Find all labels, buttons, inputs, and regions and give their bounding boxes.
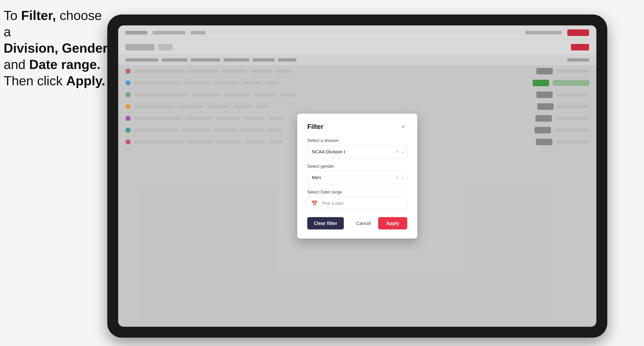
instruction-line4: Then click Apply. [4,74,105,88]
footer-right-buttons: Cancel Apply [352,217,407,229]
instruction-block: To Filter, choose a Division, Gender and… [4,7,109,89]
gender-select-wrapper: Men × ⌄ [307,171,407,184]
modal-header: Filter × [307,123,407,131]
gender-select[interactable]: Men [307,171,407,184]
division-group: Select a division NCAA Division I × ⌄ [307,138,407,158]
apply-button[interactable]: Apply [378,217,407,229]
date-label: Select Date range [307,189,407,195]
modal-close-button[interactable]: × [399,123,407,131]
cancel-button[interactable]: Cancel [352,217,374,229]
division-clear-icon[interactable]: × [396,149,400,155]
date-placeholder: Pick a date [320,201,344,206]
gender-clear-icon[interactable]: × [396,174,400,181]
filter-modal: Filter × Select a division NCAA Division… [297,114,417,239]
instruction-line3: and Date range. [4,57,100,72]
modal-footer: Clear filter Cancel Apply [307,217,407,229]
division-arrow-icon[interactable]: ⌄ [401,150,404,154]
gender-arrow-icon[interactable]: ⌄ [401,175,404,180]
instruction-bold2: Division, Gender [4,41,108,55]
gender-select-controls: × ⌄ [396,174,404,181]
calendar-icon: 📅 [311,200,318,206]
clear-filter-button[interactable]: Clear filter [307,217,344,229]
date-input[interactable]: Pick a date [307,197,407,210]
gender-label: Select gender [307,164,407,169]
division-select-wrapper: NCAA Division I × ⌄ [307,145,407,158]
division-select-controls: × ⌄ [396,149,404,155]
tablet-screen: Filter × Select a division NCAA Division… [118,25,596,327]
modal-overlay: Filter × Select a division NCAA Division… [118,25,596,327]
division-label: Select a division [307,138,407,143]
division-select[interactable]: NCAA Division I [307,145,407,158]
gender-group: Select gender Men × ⌄ [307,164,407,184]
instruction-line1: To Filter, choose a [4,8,102,39]
date-group: Select Date range 📅 Pick a date [307,189,407,210]
tablet-frame: Filter × Select a division NCAA Division… [107,14,607,338]
modal-title: Filter [307,123,323,131]
date-input-wrapper: 📅 Pick a date [307,197,407,210]
